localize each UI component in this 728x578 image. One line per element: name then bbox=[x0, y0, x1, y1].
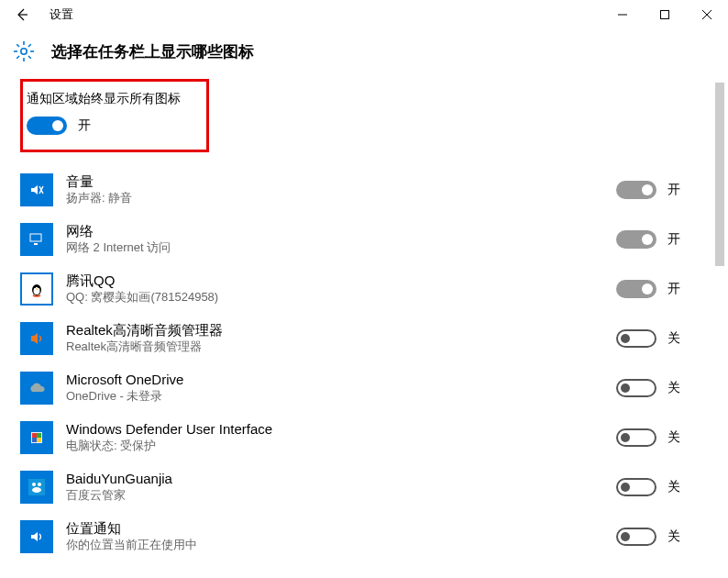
item-subtitle: OneDrive - 未登录 bbox=[66, 389, 616, 405]
scroll-thumb[interactable] bbox=[715, 83, 724, 266]
item-title: 网络 bbox=[66, 223, 616, 239]
svg-point-19 bbox=[34, 286, 36, 288]
item-toggle[interactable] bbox=[616, 428, 656, 447]
item-text: Realtek高清晰音频管理器Realtek高清晰音频管理器 bbox=[66, 322, 616, 355]
item-title: Realtek高清晰音频管理器 bbox=[66, 322, 616, 339]
svg-point-30 bbox=[32, 487, 41, 493]
svg-line-10 bbox=[28, 56, 31, 59]
item-toggle bbox=[616, 230, 656, 249]
item-toggle[interactable] bbox=[616, 329, 656, 348]
list-item: Realtek高清晰音频管理器Realtek高清晰音频管理器关 bbox=[20, 314, 708, 363]
item-toggle-wrap: 关 bbox=[616, 528, 708, 546]
item-subtitle: 扬声器: 静音 bbox=[66, 191, 616, 206]
list-item: 位置通知你的位置当前正在使用中关 bbox=[20, 512, 708, 561]
svg-line-9 bbox=[17, 44, 19, 47]
realtek-icon bbox=[20, 322, 53, 355]
svg-rect-1 bbox=[661, 11, 669, 19]
item-text: 腾讯QQQQ: 窝樱美如画(781524958) bbox=[66, 272, 616, 306]
svg-point-20 bbox=[38, 286, 39, 288]
item-text: 位置通知你的位置当前正在使用中 bbox=[66, 520, 616, 553]
item-title: 音量 bbox=[66, 173, 616, 190]
svg-point-18 bbox=[34, 287, 40, 295]
item-toggle bbox=[616, 181, 656, 199]
list-item: BaiduYunGuanjia百度云管家关 bbox=[20, 462, 708, 512]
item-toggle-wrap: 开 bbox=[616, 181, 708, 199]
item-toggle-state: 开 bbox=[667, 182, 680, 198]
item-text: 网络网络 2 Internet 访问 bbox=[66, 223, 616, 256]
item-toggle-wrap: 关 bbox=[616, 329, 708, 348]
item-subtitle: QQ: 窝樱美如画(781524958) bbox=[66, 290, 616, 306]
svg-point-29 bbox=[38, 483, 41, 486]
location-icon bbox=[20, 520, 53, 553]
svg-rect-25 bbox=[32, 438, 37, 442]
item-subtitle: 电脑状态: 受保护 bbox=[66, 439, 616, 454]
scrollbar[interactable] bbox=[713, 79, 726, 574]
item-text: Windows Defender User Interface电脑状态: 受保护 bbox=[66, 421, 616, 454]
svg-rect-23 bbox=[32, 433, 37, 438]
qq-icon bbox=[20, 272, 53, 306]
master-toggle-label: 通知区域始终显示所有图标 bbox=[27, 91, 197, 107]
item-toggle-wrap: 开 bbox=[616, 280, 708, 298]
onedrive-icon bbox=[20, 372, 53, 405]
page-title: 选择在任务栏上显示哪些图标 bbox=[51, 41, 254, 62]
item-toggle[interactable] bbox=[616, 528, 656, 546]
item-toggle-state: 开 bbox=[667, 281, 680, 297]
svg-rect-26 bbox=[37, 438, 41, 442]
app-title: 设置 bbox=[50, 6, 73, 23]
item-toggle-state: 开 bbox=[667, 231, 680, 248]
item-title: BaiduYunGuanjia bbox=[66, 471, 616, 487]
close-button[interactable] bbox=[686, 0, 728, 29]
item-title: 位置通知 bbox=[66, 520, 616, 537]
item-toggle[interactable] bbox=[616, 478, 656, 496]
item-toggle-wrap: 开 bbox=[616, 230, 708, 249]
item-toggle-wrap: 关 bbox=[616, 478, 708, 496]
defender-icon bbox=[20, 421, 53, 454]
svg-rect-15 bbox=[30, 234, 41, 241]
svg-line-12 bbox=[28, 44, 31, 47]
item-toggle[interactable] bbox=[616, 379, 656, 397]
list-item: 腾讯QQQQ: 窝樱美如画(781524958)开 bbox=[20, 264, 708, 314]
svg-rect-16 bbox=[34, 243, 38, 245]
item-toggle bbox=[616, 280, 656, 298]
item-subtitle: 百度云管家 bbox=[66, 488, 616, 504]
item-title: Microsoft OneDrive bbox=[66, 372, 616, 388]
list-item: 网络网络 2 Internet 访问开 bbox=[20, 215, 708, 264]
svg-point-21 bbox=[36, 288, 38, 289]
icon-list: 音量扬声器: 静音开网络网络 2 Internet 访问开腾讯QQQQ: 窝樱美… bbox=[20, 165, 708, 561]
svg-line-11 bbox=[17, 56, 19, 59]
item-text: BaiduYunGuanjia百度云管家 bbox=[66, 471, 616, 504]
minimize-button[interactable] bbox=[601, 0, 644, 29]
page-header: 选择在任务栏上显示哪些图标 bbox=[0, 29, 728, 79]
list-item: Windows Defender User Interface电脑状态: 受保护… bbox=[20, 413, 708, 462]
window-controls bbox=[601, 0, 728, 29]
list-item: 音量扬声器: 静音开 bbox=[20, 165, 708, 215]
master-toggle-state: 开 bbox=[78, 117, 91, 134]
item-toggle-state: 关 bbox=[667, 479, 680, 495]
content-area: 通知区域始终显示所有图标 开 音量扬声器: 静音开网络网络 2 Internet… bbox=[0, 79, 728, 574]
highlight-annotation: 通知区域始终显示所有图标 开 bbox=[20, 79, 209, 152]
item-text: 音量扬声器: 静音 bbox=[66, 173, 616, 206]
item-subtitle: 你的位置当前正在使用中 bbox=[66, 538, 616, 553]
master-toggle[interactable] bbox=[27, 117, 67, 135]
svg-point-28 bbox=[32, 483, 36, 486]
item-subtitle: 网络 2 Internet 访问 bbox=[66, 240, 616, 256]
svg-rect-24 bbox=[37, 433, 41, 438]
titlebar: 设置 bbox=[0, 0, 728, 29]
item-toggle-wrap: 关 bbox=[616, 428, 708, 447]
back-button[interactable] bbox=[7, 0, 37, 29]
item-title: Windows Defender User Interface bbox=[66, 421, 616, 438]
item-text: Microsoft OneDriveOneDrive - 未登录 bbox=[66, 372, 616, 405]
item-toggle-state: 关 bbox=[667, 528, 680, 545]
volume-icon bbox=[20, 173, 53, 206]
list-item: Microsoft OneDriveOneDrive - 未登录关 bbox=[20, 363, 708, 413]
network-icon bbox=[20, 223, 53, 256]
item-toggle-state: 关 bbox=[667, 330, 680, 347]
baidu-icon bbox=[20, 471, 53, 504]
item-subtitle: Realtek高清晰音频管理器 bbox=[66, 339, 616, 355]
item-toggle-state: 关 bbox=[667, 380, 680, 396]
item-toggle-wrap: 关 bbox=[616, 379, 708, 397]
settings-gear-icon bbox=[13, 40, 35, 62]
item-toggle-state: 关 bbox=[667, 429, 680, 446]
item-title: 腾讯QQ bbox=[66, 272, 616, 289]
maximize-button[interactable] bbox=[644, 0, 686, 29]
